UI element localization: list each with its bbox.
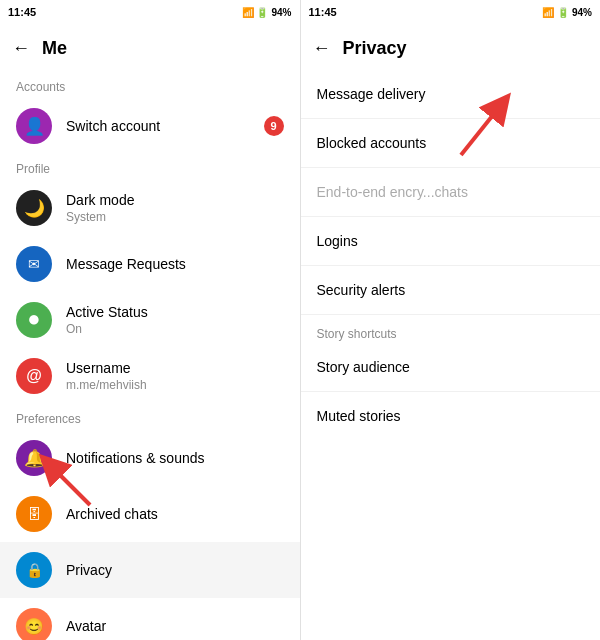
status-bar-right: 11:45 📶 🔋 94% — [301, 0, 601, 24]
divider-2 — [301, 167, 601, 168]
item-notifications[interactable]: 🔔 Notifications & sounds — [0, 430, 300, 486]
message-requests-icon: ✉ — [16, 246, 52, 282]
username-title: Username — [66, 360, 147, 376]
archived-chats-title: Archived chats — [66, 506, 158, 522]
left-header: ← Me — [0, 24, 300, 72]
switch-account-title: Switch account — [66, 118, 160, 134]
icons-right: 📶 🔋 — [542, 7, 569, 18]
right-panel: 11:45 📶 🔋 94% ← Privacy Message delivery… — [301, 0, 601, 640]
item-message-requests[interactable]: ✉ Message Requests — [0, 236, 300, 292]
divider-6 — [301, 391, 601, 392]
time-left: 11:45 — [8, 6, 36, 18]
item-logins[interactable]: Logins — [301, 219, 601, 263]
left-content: Accounts 👤 Switch account 9 Profile 🌙 Da… — [0, 72, 300, 640]
item-privacy[interactable]: 🔒 Privacy — [0, 542, 300, 598]
item-dark-mode[interactable]: 🌙 Dark mode System — [0, 180, 300, 236]
section-label-preferences: Preferences — [0, 404, 300, 430]
blocked-accounts-title: Blocked accounts — [317, 135, 427, 151]
section-label-profile: Profile — [0, 154, 300, 180]
story-audience-title: Story audience — [317, 359, 410, 375]
right-panel-title: Privacy — [343, 38, 407, 59]
archived-chats-icon: 🗄 — [16, 496, 52, 532]
switch-account-icon: 👤 — [16, 108, 52, 144]
item-end-to-end: End-to-end encry...chats — [301, 170, 601, 214]
section-label-story-shortcuts: Story shortcuts — [301, 317, 601, 345]
right-content: Message delivery Blocked accounts End-to… — [301, 72, 601, 640]
right-header: ← Privacy — [301, 24, 601, 72]
item-message-delivery[interactable]: Message delivery — [301, 72, 601, 116]
divider-1 — [301, 118, 601, 119]
username-icon: @ — [16, 358, 52, 394]
item-archived-chats[interactable]: 🗄 Archived chats — [0, 486, 300, 542]
message-delivery-title: Message delivery — [317, 86, 426, 102]
username-subtitle: m.me/mehviish — [66, 378, 147, 392]
notifications-icon: 🔔 — [16, 440, 52, 476]
item-username[interactable]: @ Username m.me/mehviish — [0, 348, 300, 404]
notifications-title: Notifications & sounds — [66, 450, 205, 466]
section-label-accounts: Accounts — [0, 72, 300, 98]
divider-5 — [301, 314, 601, 315]
active-status-subtitle: On — [66, 322, 148, 336]
divider-3 — [301, 216, 601, 217]
privacy-title: Privacy — [66, 562, 112, 578]
security-alerts-title: Security alerts — [317, 282, 406, 298]
back-button-left[interactable]: ← — [12, 38, 30, 59]
status-bar-left: 11:45 📶 🔋 94% — [0, 0, 300, 24]
active-status-icon: ● — [16, 302, 52, 338]
item-security-alerts[interactable]: Security alerts — [301, 268, 601, 312]
privacy-icon: 🔒 — [16, 552, 52, 588]
item-active-status[interactable]: ● Active Status On — [0, 292, 300, 348]
item-avatar[interactable]: 😊 Avatar — [0, 598, 300, 640]
active-status-title: Active Status — [66, 304, 148, 320]
item-switch-account[interactable]: 👤 Switch account 9 — [0, 98, 300, 154]
divider-4 — [301, 265, 601, 266]
muted-stories-title: Muted stories — [317, 408, 401, 424]
avatar-icon: 😊 — [16, 608, 52, 640]
end-to-end-title: End-to-end encry...chats — [317, 184, 468, 200]
icons-left: 📶 🔋 — [242, 7, 269, 18]
dark-mode-title: Dark mode — [66, 192, 134, 208]
message-requests-title: Message Requests — [66, 256, 186, 272]
dark-mode-subtitle: System — [66, 210, 134, 224]
logins-title: Logins — [317, 233, 358, 249]
battery-left: 94% — [271, 7, 291, 18]
switch-account-badge: 9 — [264, 116, 284, 136]
left-panel: 11:45 📶 🔋 94% ← Me Accounts 👤 Switch acc… — [0, 0, 301, 640]
item-muted-stories[interactable]: Muted stories — [301, 394, 601, 438]
back-button-right[interactable]: ← — [313, 38, 331, 59]
left-panel-title: Me — [42, 38, 67, 59]
battery-right: 94% — [572, 7, 592, 18]
item-blocked-accounts[interactable]: Blocked accounts — [301, 121, 601, 165]
dark-mode-icon: 🌙 — [16, 190, 52, 226]
time-right: 11:45 — [309, 6, 337, 18]
item-story-audience[interactable]: Story audience — [301, 345, 601, 389]
avatar-title: Avatar — [66, 618, 106, 634]
